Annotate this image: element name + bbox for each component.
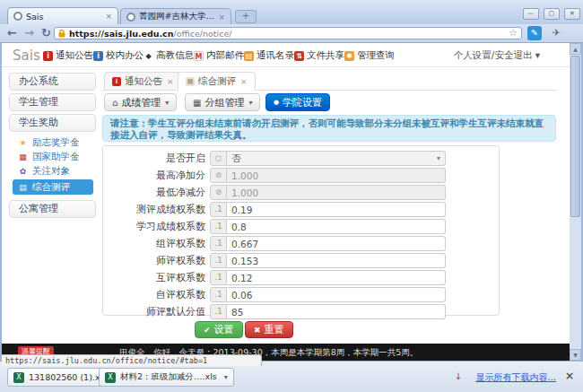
field-label: 组评权系数 — [102, 237, 210, 250]
sais-favicon-icon — [13, 12, 22, 21]
reset-button[interactable]: ✖ 重置 — [245, 321, 293, 338]
app-logo[interactable]: Sais — [13, 48, 40, 64]
group-weight-field[interactable] — [227, 236, 446, 251]
page-viewport: Sais i 通知公告 i 校内办公 ◆ 高教信息 M 内部邮件 ▤ 通讯名录 … — [2, 43, 581, 361]
group-management-button[interactable]: ▦ 分组管理 ▾ — [185, 93, 260, 111]
nav-item-file-share[interactable]: ⇅ 文件共享 — [294, 49, 344, 62]
bookmark-star-icon[interactable]: ☆ — [509, 29, 518, 38]
mail-icon: M — [194, 51, 204, 61]
sidebar-item-student-management[interactable]: 学生管理 — [9, 93, 96, 111]
number-prefix-icon: .1 — [210, 304, 227, 319]
extension-icon[interactable]: ✎ — [527, 26, 542, 40]
tab-label: 综合测评 — [198, 75, 236, 88]
peer-weight-field[interactable] — [227, 270, 446, 285]
url-path: /office/notice/ — [174, 29, 509, 39]
nav-label: 通知公告 — [56, 49, 93, 62]
download-bar-close-icon[interactable]: × — [565, 370, 574, 382]
button-label: 分组管理 — [204, 96, 244, 109]
nav-label: 校内办公 — [106, 49, 144, 62]
nav-item-admin-query[interactable]: ✱ 管理查询 — [344, 49, 395, 62]
sidebar-item-office-system[interactable]: 办公系统 — [9, 73, 96, 91]
address-bar[interactable]: https://sais.jlu.edu.cn /office/notice/ … — [54, 27, 522, 39]
grid-icon: ▦ — [193, 98, 201, 108]
nav-label: 通讯名录 — [257, 49, 294, 62]
college-settings-button[interactable]: ● 学院设置 — [265, 93, 330, 111]
nav-label: 内部邮件 — [206, 49, 244, 62]
maximize-button[interactable]: ▢ — [544, 8, 560, 20]
new-tab-button[interactable]: + — [235, 10, 257, 23]
chevron-down-icon[interactable]: ▾ — [224, 373, 228, 381]
score-management-button[interactable]: ⌂ 成绩管理 ▾ — [104, 93, 177, 111]
forward-button[interactable]: → — [24, 24, 34, 42]
x-icon: ✖ — [254, 326, 261, 335]
form-row-max-bonus: 最高净加分 ⊘ — [102, 168, 446, 183]
user-settings-menu[interactable]: 个人设置/安全退出 ▾ — [454, 49, 540, 62]
browser-toolbar: ← → ↻ https://sais.jlu.edu.cn /office/no… — [0, 24, 583, 43]
tab-close-icon[interactable]: × — [240, 77, 248, 86]
minimize-button[interactable]: — — [523, 8, 539, 20]
sidebar-item-label: 综合测评 — [32, 181, 70, 194]
nav-label: 高教信息 — [156, 49, 194, 62]
content-tab-notice[interactable]: i 通知公告 × — [104, 72, 182, 91]
nav-item-notice[interactable]: i 通知公告 — [43, 49, 93, 62]
window-controls: — ▢ ✕ — [523, 2, 580, 20]
self-weight-field[interactable] — [227, 287, 446, 302]
check-icon: ✔ — [204, 326, 211, 335]
form-row-study-weight: 学习成绩权系数 .1 — [102, 219, 446, 234]
field-label: 师评权系数 — [102, 254, 210, 267]
form-row-teacher-default-score: 师评默认分值 .1 — [102, 304, 446, 319]
close-button[interactable]: ✕ — [564, 8, 580, 20]
browser-tab-sais[interactable]: Sais × — [7, 7, 118, 24]
field-label: 学习成绩权系数 — [102, 220, 210, 233]
enable-select[interactable]: 否 ▾ — [227, 151, 446, 166]
teacher-weight-field[interactable] — [227, 253, 446, 268]
download-item[interactable]: X 材料2：班级加减分….xls ▾ — [99, 368, 234, 387]
form-row-assessment-weight: 测评成绩权系数 .1 — [102, 202, 446, 217]
download-file-name: 131802560 (1).xls — [29, 372, 107, 382]
sidebar-item-label: 励志奖学金 — [32, 136, 80, 149]
notice-icon: i — [43, 51, 53, 61]
tab-close-icon[interactable]: × — [105, 12, 112, 21]
sidebar-item-scholarship[interactable]: ★ 励志奖学金 — [11, 135, 96, 149]
scroll-up-icon[interactable]: ▲ — [570, 43, 581, 55]
tab-close-icon[interactable]: × — [167, 77, 174, 86]
nav-item-internal-mail[interactable]: M 内部邮件 — [194, 49, 244, 62]
sidebar-item-dormitory-management[interactable]: 公寓管理 — [9, 200, 96, 218]
assessment-weight-field[interactable] — [227, 202, 446, 217]
reload-button[interactable]: ↻ — [41, 24, 51, 42]
nav-label: 文件共享 — [307, 49, 344, 62]
scrollbar-thumb[interactable] — [570, 56, 580, 217]
scroll-down-icon[interactable]: ▼ — [570, 349, 581, 361]
number-prefix-icon: .1 — [210, 202, 227, 217]
download-file-name: 材料2：班级加减分….xls — [120, 371, 217, 383]
number-prefix-icon: .1 — [210, 236, 227, 251]
https-lock-icon — [58, 30, 65, 38]
browser-tab-other[interactable]: 菁园网#吉林大学红色网站# × — [120, 8, 231, 24]
teacher-default-score-field[interactable] — [227, 304, 446, 319]
sidebar-item-national-grant[interactable]: ▦ 国家助学金 — [11, 150, 96, 163]
other-favicon-icon — [126, 13, 135, 22]
button-label: 重置 — [265, 323, 284, 336]
chevron-down-icon: ▾ — [165, 99, 169, 107]
number-prefix-icon: .1 — [210, 287, 227, 302]
nav-item-campus-office[interactable]: i 校内办公 — [93, 49, 144, 62]
number-prefix-icon: .1 — [210, 270, 227, 285]
sidebar-item-watch-list[interactable]: ✿ 关注对象 — [11, 164, 96, 178]
show-all-downloads-link[interactable]: 显示所有下载内容... — [475, 371, 556, 384]
field-label: 互评权系数 — [102, 271, 210, 284]
button-label: 学院设置 — [283, 96, 322, 109]
nav-item-directory[interactable]: ▤ 通讯名录 — [244, 49, 294, 62]
ban-prefix-icon: ⊘ — [210, 185, 227, 200]
study-weight-field[interactable] — [227, 219, 446, 234]
sidebar-item-student-aid[interactable]: 学生奖助 — [9, 114, 96, 132]
back-button[interactable]: ← — [7, 24, 17, 42]
nav-label: 管理查询 — [357, 49, 395, 62]
tab-close-icon[interactable]: × — [218, 13, 225, 22]
contacts-icon: ▤ — [244, 51, 254, 61]
nav-item-higher-edu-info[interactable]: ◆ 高教信息 — [144, 49, 194, 62]
settings-wrench-icon[interactable]: ✈ — [549, 26, 563, 40]
submit-button[interactable]: ✔ 设置 — [195, 321, 243, 338]
content-tab-assessment[interactable]: ▤ 综合测评 × — [178, 72, 256, 91]
sidebar-item-comprehensive-assessment[interactable]: ▤ 综合测评 — [13, 179, 93, 195]
vertical-scrollbar[interactable]: ▲ ▼ — [570, 43, 581, 361]
